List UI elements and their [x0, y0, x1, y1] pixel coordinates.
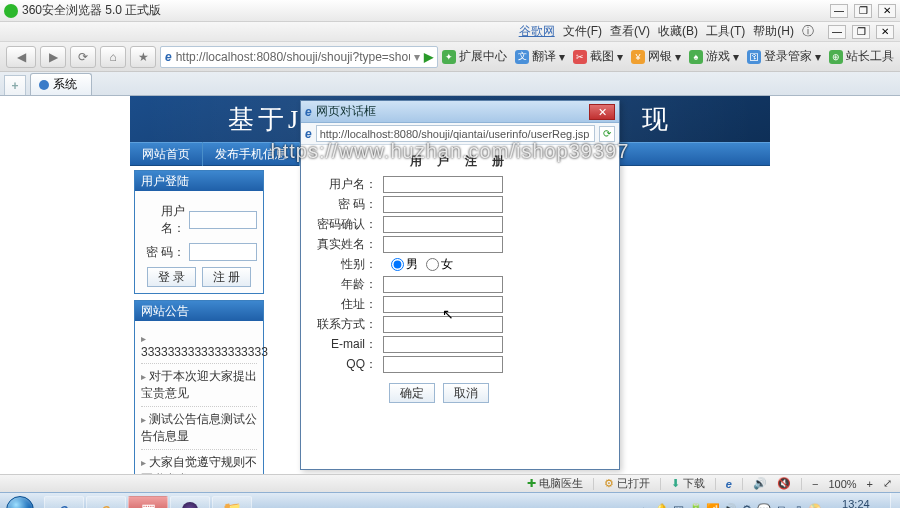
nav-publish[interactable]: 发布手机信息 — [203, 142, 300, 166]
f-realname-input[interactable] — [383, 236, 503, 253]
tray-icon[interactable]: 🔔 — [655, 503, 669, 509]
gender-male-radio[interactable] — [391, 258, 404, 271]
new-tab-button[interactable]: + — [4, 75, 26, 95]
menu-view[interactable]: 查看(V) — [610, 23, 650, 40]
tool-translate[interactable]: 文翻译▾ — [515, 48, 565, 65]
f-email-input[interactable] — [383, 336, 503, 353]
status-doctor[interactable]: ✚电脑医生 — [527, 476, 583, 491]
window-minimize-button[interactable]: — — [830, 4, 848, 18]
f-contact-input[interactable] — [383, 316, 503, 333]
dialog-ie-icon: e — [305, 105, 312, 119]
gender-female-radio[interactable] — [426, 258, 439, 271]
notice-item[interactable]: 3333333333333333333 — [141, 327, 257, 364]
task-ie[interactable]: e — [44, 496, 84, 509]
tray-icon[interactable]: 🛡 — [672, 503, 686, 509]
f-pass-input[interactable] — [383, 196, 503, 213]
nav-fav-button[interactable]: ★ — [130, 46, 156, 68]
tool-game[interactable]: ♠游戏▾ — [689, 48, 739, 65]
cancel-button[interactable]: 取消 — [443, 383, 489, 403]
zoom-in-button[interactable]: + — [867, 478, 873, 490]
tray-icon[interactable]: 📀 — [808, 503, 822, 509]
tray-icon[interactable]: 🔊 — [723, 503, 737, 509]
notice-item[interactable]: 大家自觉遵守规则不要乱发发 — [141, 450, 257, 474]
login-user-label: 用户名： — [141, 203, 185, 237]
tray-icon[interactable]: 🔋 — [689, 503, 703, 509]
status-mute[interactable]: 🔇 — [777, 477, 791, 490]
notice-item[interactable]: 测试公告信息测试公告信息显 — [141, 407, 257, 450]
tool-ext-center[interactable]: ✦扩展中心 — [442, 48, 507, 65]
f-email-label: E-mail： — [311, 336, 383, 353]
tray-icon[interactable]: 🖥 — [774, 503, 788, 509]
framed-min-button[interactable]: — — [828, 25, 846, 39]
sidebar: 用户登陆 用户名： 密 码： 登 录 注 册 网站公告 — [134, 170, 264, 474]
register-button[interactable]: 注 册 — [202, 267, 251, 287]
nav-home[interactable]: 网站首页 — [130, 142, 203, 166]
male-label: 男 — [406, 256, 418, 273]
window-maximize-button[interactable]: ❐ — [854, 4, 872, 18]
nav-forward-button[interactable]: ▶ — [40, 46, 66, 68]
task-ie2[interactable]: e — [86, 496, 126, 509]
notice-item[interactable]: 对于本次迎大家提出宝贵意见 — [141, 364, 257, 407]
f-realname-label: 真实姓名： — [311, 236, 383, 253]
ok-button[interactable]: 确定 — [389, 383, 435, 403]
translate-icon: 文 — [515, 50, 529, 64]
task-explorer[interactable]: 📁 — [212, 496, 252, 509]
browser-statusbar: ✚电脑医生 ⚙已打开 ⬇下载 e 🔊 🔇 − 100% + ⤢ — [0, 474, 900, 492]
dialog-url-ie-icon: e — [305, 127, 312, 141]
status-download[interactable]: ⬇下载 — [671, 476, 705, 491]
menu-file[interactable]: 文件(F) — [563, 23, 602, 40]
tray-icon[interactable]: 📶 — [706, 503, 720, 509]
f-user-input[interactable] — [383, 176, 503, 193]
zoom-reset-button[interactable]: ⤢ — [883, 477, 892, 490]
ie-icon: e — [165, 50, 172, 64]
tool-netbank[interactable]: ¥网银▾ — [631, 48, 681, 65]
menu-fav[interactable]: 收藏(B) — [658, 23, 698, 40]
tray-icon[interactable]: ⚙ — [740, 503, 754, 509]
tray-clock[interactable]: 13:24 2012-08-03 — [828, 498, 884, 509]
notice-panel: 网站公告 3333333333333333333 对于本次迎大家提出宝贵意见 测… — [134, 300, 264, 474]
login-user-input[interactable] — [189, 211, 257, 229]
register-dialog: e 网页对话框 ✕ e ⟳ 用 户 注 册 用户名： 密 码： 密码确认： 真实… — [300, 100, 620, 470]
status-open[interactable]: ⚙已打开 — [604, 476, 650, 491]
tab-label: 系统 — [53, 76, 77, 93]
f-age-input[interactable] — [383, 276, 503, 293]
task-app1[interactable]: ▦ — [128, 496, 168, 509]
framed-restore-button[interactable]: ❐ — [852, 25, 870, 39]
tray-icon[interactable]: 🖨 — [791, 503, 805, 509]
tool-screenshot[interactable]: ✂截图▾ — [573, 48, 623, 65]
framed-close-button[interactable]: ✕ — [876, 25, 894, 39]
tray-icon[interactable]: 💬 — [757, 503, 771, 509]
url-dropdown-icon[interactable]: ▾ — [414, 50, 420, 64]
go-button[interactable]: ▶ — [424, 50, 433, 64]
tool-login-mgr[interactable]: ⚿登录管家▾ — [747, 48, 821, 65]
dialog-close-button[interactable]: ✕ — [589, 104, 615, 120]
status-ie-mode[interactable]: e — [726, 478, 732, 490]
window-close-button[interactable]: ✕ — [878, 4, 896, 18]
zoom-out-button[interactable]: − — [812, 478, 818, 490]
menu-tools[interactable]: 工具(T) — [706, 23, 745, 40]
tray-up-icon[interactable]: ▲ — [638, 504, 649, 509]
nav-back-button[interactable]: ◀ — [6, 46, 36, 68]
f-addr-input[interactable] — [383, 296, 503, 313]
nav-reload-button[interactable]: ⟳ — [70, 46, 96, 68]
dialog-titlebar[interactable]: e 网页对话框 ✕ — [301, 101, 619, 123]
dialog-reload-button[interactable]: ⟳ — [599, 126, 615, 142]
nav-home-button[interactable]: ⌂ — [100, 46, 126, 68]
game-icon: ♠ — [689, 50, 703, 64]
menu-help[interactable]: 帮助(H) — [753, 23, 794, 40]
f-qq-input[interactable] — [383, 356, 503, 373]
menu-sites[interactable]: 谷歌网 — [519, 23, 555, 40]
show-desktop-button[interactable] — [890, 493, 900, 509]
start-button[interactable] — [0, 493, 40, 509]
status-speaker[interactable]: 🔊 — [753, 477, 767, 490]
address-input[interactable] — [176, 50, 410, 64]
f-pass2-label: 密码确认： — [311, 216, 383, 233]
task-eclipse[interactable] — [170, 496, 210, 509]
dialog-url-input[interactable] — [316, 125, 595, 142]
clock-time: 13:24 — [828, 498, 884, 509]
login-pass-input[interactable] — [189, 243, 257, 261]
f-pass2-input[interactable] — [383, 216, 503, 233]
tool-site[interactable]: ⊕站长工具 — [829, 48, 894, 65]
login-button[interactable]: 登 录 — [147, 267, 196, 287]
tab-active[interactable]: 系统 — [30, 73, 92, 95]
